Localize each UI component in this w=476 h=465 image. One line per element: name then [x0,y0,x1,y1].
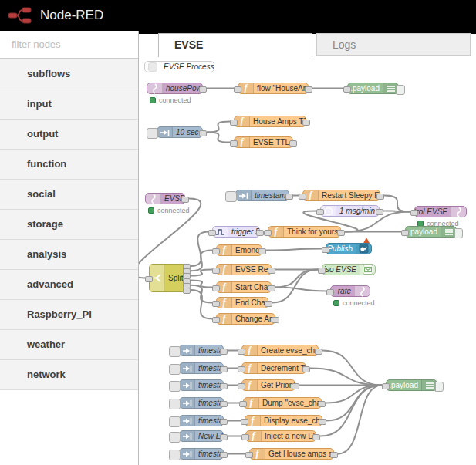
wire[interactable] [320,386,382,436]
output-port[interactable] [181,197,189,203]
debug-toggle-button[interactable] [397,85,405,95]
node-endCharge[interactable]: fEnd Charge [216,297,268,308]
palette-category-function[interactable]: function [0,150,138,180]
input-port[interactable] [212,248,220,254]
node-fnB7[interactable]: fGet House amps and TTL [249,448,334,460]
wire[interactable] [266,249,322,251]
inject-button[interactable] [169,416,181,427]
node-fnB6[interactable]: fInject a new EVSE [245,430,316,442]
output-port[interactable] [199,130,207,136]
node-housePower[interactable]: housePower [147,83,203,94]
node-injB4[interactable]: timestamp [179,397,224,409]
input-port[interactable] [401,230,409,236]
wire[interactable] [272,270,318,303]
node-think[interactable]: fThink for yourself [268,226,341,238]
input-port[interactable] [230,140,238,147]
input-port[interactable] [241,419,248,425]
node-injectTs1[interactable]: timestamp ↻ [235,190,289,201]
node-inject10sec[interactable]: 10 sec ↻ [157,126,203,138]
output-port[interactable] [220,434,228,440]
palette-category-storage[interactable]: storage [0,210,138,240]
inject-button[interactable] [169,346,181,357]
node-fnB2[interactable]: fDecrement TTL [241,362,306,374]
output-port[interactable] [272,317,279,323]
palette-category-weather[interactable]: weather [0,330,138,360]
node-aviso[interactable]: Aviso EVSE [322,264,376,275]
palette-category-advanced[interactable]: advanced [0,270,138,300]
output-port[interactable] [289,140,297,147]
input-port[interactable] [241,434,249,440]
input-port[interactable] [322,247,329,253]
output-port[interactable] [330,452,338,458]
node-injB3[interactable]: timestamp [179,379,224,391]
input-port[interactable] [264,230,272,236]
output-port[interactable] [376,194,384,200]
inject-button[interactable] [169,381,181,392]
input-port[interactable] [245,452,253,458]
tab-logs[interactable]: Logs [316,33,471,56]
input-port[interactable] [326,289,334,295]
node-split[interactable]: Split [149,264,187,292]
node-fnB4[interactable]: fDump "evse_charge" [243,397,322,409]
input-port[interactable] [212,268,220,274]
inject-button[interactable] [147,128,158,139]
wire[interactable] [384,196,410,212]
input-port[interactable] [230,120,238,126]
output-port[interactable] [268,268,275,274]
inject-button[interactable] [169,432,181,443]
output-port[interactable] [292,383,299,389]
input-port[interactable] [208,230,216,236]
node-injB1[interactable]: timestamp [179,345,224,356]
input-port[interactable] [212,285,220,291]
input-port[interactable] [410,210,418,216]
output-port[interactable] [318,401,326,407]
output-port[interactable] [285,194,293,200]
palette-category-analysis[interactable]: analysis [0,240,138,270]
debug-toggle-button[interactable] [435,382,444,392]
output-port[interactable] [256,230,264,236]
inject-button[interactable] [169,364,181,375]
inject-button[interactable] [169,450,181,460]
node-fnB3[interactable]: fGet Priority [241,379,295,391]
output-port[interactable] [220,452,228,458]
wire[interactable] [275,288,326,291]
node-trigger5s[interactable]: trigger 5s [212,226,260,238]
output-port[interactable] [312,434,320,440]
wire[interactable] [207,122,230,133]
node-debug3[interactable]: msg.payload [386,379,437,391]
node-publish[interactable]: Publish [326,243,372,254]
node-injB7[interactable]: timestamp [179,448,224,460]
wire[interactable] [191,290,212,319]
input-port[interactable] [239,401,247,407]
input-port[interactable] [212,317,220,323]
input-port[interactable] [299,194,306,200]
output-port[interactable] [220,366,228,372]
node-houseAmpsTTL[interactable]: fHouse Amps TTL [234,116,306,127]
palette-category-input[interactable]: input [0,89,138,120]
output-port[interactable] [220,419,228,425]
output-port[interactable] [265,301,272,307]
node-injB5[interactable]: timestamp [179,415,224,426]
palette-category-social[interactable]: social [0,180,138,210]
wire[interactable] [207,133,230,143]
output-port[interactable] [305,86,312,93]
node-emoncms[interactable]: fEmoncms [216,244,262,256]
wire[interactable] [310,369,382,386]
wire[interactable] [191,281,212,288]
output-port[interactable] [183,288,191,294]
input-port[interactable] [382,383,390,389]
output-port[interactable] [220,383,228,389]
output-port[interactable] [302,366,310,372]
node-restartSleepy[interactable]: fRestart Sleepy EVSE's [302,190,380,201]
palette-category-output[interactable]: output [0,120,138,150]
palette-category-network[interactable]: network [0,360,138,390]
input-port[interactable] [145,276,153,282]
node-debug2[interactable]: msg.payload [405,226,457,238]
node-evse[interactable]: EVSE [145,193,185,204]
wire[interactable] [191,232,208,267]
node-startCharge[interactable]: fStart Charge [216,281,272,293]
node-evseReady[interactable]: fEVSE Ready [216,264,272,275]
node-evseTTL[interactable]: fEVSE TTL [234,136,293,148]
palette-category-raspberry_pi[interactable]: Raspberry_Pi [0,300,138,330]
debug-toggle-button[interactable] [454,228,463,238]
